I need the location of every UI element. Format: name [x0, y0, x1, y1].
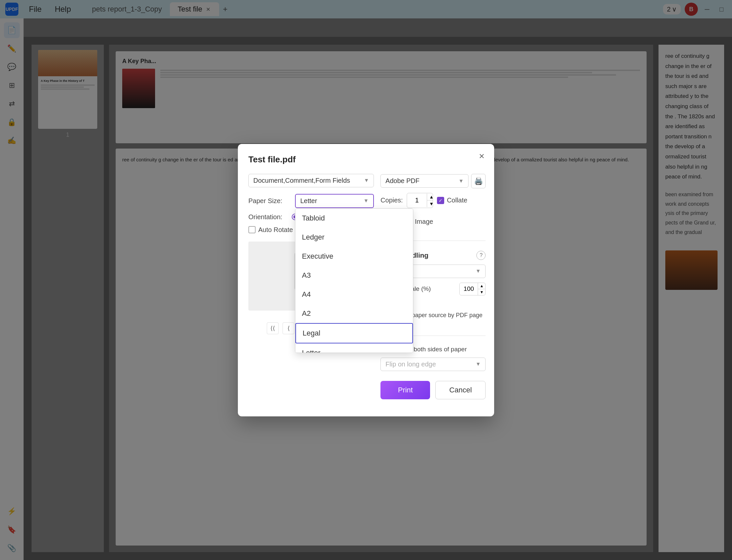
- printer-settings-button[interactable]: 🖨️: [471, 174, 485, 188]
- chevron-down-icon: ▼: [476, 361, 481, 367]
- collate-checkbox[interactable]: ✓: [437, 197, 444, 204]
- paper-option-a2[interactable]: A2: [295, 304, 413, 323]
- paper-size-select[interactable]: Letter ▼: [295, 194, 374, 208]
- copies-up-button[interactable]: ▲: [427, 194, 433, 200]
- auto-rotate-checkbox[interactable]: [248, 226, 256, 233]
- dialog-close-button[interactable]: ✕: [476, 151, 487, 162]
- dialog-overlay: Test file.pdf ✕ Document,Comment,Form Fi…: [0, 0, 732, 560]
- chevron-down-icon: ▼: [364, 177, 369, 183]
- print-button[interactable]: Print: [380, 381, 430, 399]
- auto-rotate-label: Auto Rotate: [258, 226, 293, 234]
- orientation-label: Orientation:: [248, 213, 288, 221]
- nav-first-button[interactable]: ⟨⟨: [267, 322, 279, 334]
- paper-option-executive[interactable]: Executive: [295, 247, 413, 266]
- copies-input[interactable]: [407, 193, 427, 208]
- collate-check: ✓ Collate: [437, 197, 467, 204]
- cancel-button[interactable]: Cancel: [435, 381, 485, 399]
- copies-label: Copies:: [380, 197, 403, 204]
- chevron-down-icon: ▼: [364, 198, 368, 204]
- paper-size-dropdown: Tabloid Ledger Executive A3 A4 A2 Legal …: [295, 208, 413, 353]
- paper-option-a3[interactable]: A3: [295, 266, 413, 285]
- chevron-down-icon: ▼: [476, 268, 481, 274]
- help-icon[interactable]: ?: [476, 251, 485, 260]
- printer-select[interactable]: Adobe PDF ▼: [380, 174, 468, 188]
- paper-option-legal[interactable]: Legal: [295, 323, 413, 343]
- flip-select[interactable]: Flip on long edge ▼: [380, 358, 485, 371]
- copies-down-button[interactable]: ▼: [427, 200, 433, 207]
- custom-scale-input[interactable]: [460, 283, 478, 294]
- scale-down-button[interactable]: ▼: [478, 289, 485, 295]
- paper-option-ledger[interactable]: Ledger: [295, 228, 413, 247]
- copies-row: Copies: ▲ ▼ ✓ Collate: [380, 193, 485, 208]
- nav-prev-button[interactable]: ⟨: [283, 322, 295, 334]
- scale-up-button[interactable]: ▲: [478, 283, 485, 289]
- paper-size-label: Paper Size:: [248, 194, 291, 205]
- dialog-buttons: Print Cancel: [380, 381, 485, 399]
- paper-option-tabloid[interactable]: Tabloid: [295, 209, 413, 228]
- dialog-title: Test file.pdf: [248, 154, 484, 165]
- paper-option-a4[interactable]: A4: [295, 285, 413, 304]
- print-source-select[interactable]: Document,Comment,Form Fields ▼: [248, 174, 374, 187]
- paper-size-container: Letter ▼ Tabloid Ledger Executive A3 A4 …: [295, 194, 374, 208]
- paper-option-letter[interactable]: Letter: [295, 343, 413, 353]
- collate-label: Collate: [447, 197, 467, 204]
- print-dialog: Test file.pdf ✕ Document,Comment,Form Fi…: [238, 144, 494, 416]
- chevron-down-icon: ▼: [459, 178, 464, 184]
